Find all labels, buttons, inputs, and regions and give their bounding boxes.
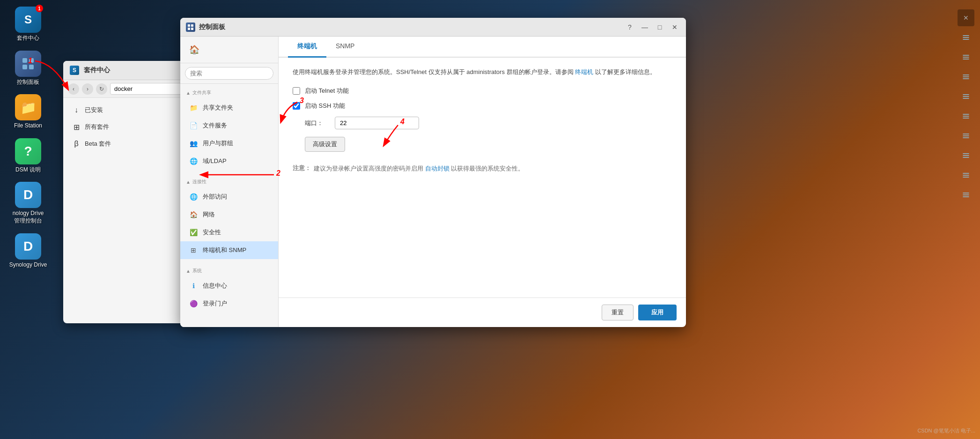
ssh-checkbox[interactable] xyxy=(293,102,300,110)
strip-icon-9[interactable] xyxy=(958,186,974,203)
terminal-snmp-icon: ⊞ xyxy=(189,246,198,255)
telnet-label[interactable]: 启动 Telnet 功能 xyxy=(305,87,349,95)
note-text-before: 建议为登录帐户设置高强度的密码并启用 xyxy=(314,165,423,172)
domain-label: 域/LDAP xyxy=(203,157,227,165)
security-label: 安全性 xyxy=(203,228,221,237)
note-text-after: 以获得最强的系统安全性。 xyxy=(451,165,524,172)
shared-folder-label: 共享文件夹 xyxy=(203,104,233,112)
help-btn[interactable]: ? xyxy=(624,22,635,33)
note-label: 注意： xyxy=(293,164,311,172)
maximize-btn[interactable]: □ xyxy=(654,22,665,33)
ctrl-title-icon xyxy=(186,22,195,32)
desktop-icon-syndrv[interactable]: D Synology Drive xyxy=(7,231,49,271)
telnet-checkbox[interactable] xyxy=(293,87,300,95)
sidebar-item-terminal-snmp[interactable]: ⊞ 终端机和 SNMP xyxy=(180,241,278,259)
user-group-label: 用户与群组 xyxy=(203,139,233,148)
strip-icon-8[interactable] xyxy=(958,167,974,184)
ctrl-description: 使用终端机服务登录并管理您的系统。SSH/Telnet 仅支持从属于 admin… xyxy=(293,67,672,77)
info-center-icon: ℹ xyxy=(189,281,198,290)
desktop-icon-pkg-center[interactable]: S 1 套件中心 xyxy=(7,5,49,44)
strip-icon-2[interactable] xyxy=(958,49,974,66)
pkg-refresh-btn[interactable]: ↻ xyxy=(96,83,107,95)
reset-btn[interactable]: 重置 xyxy=(602,305,634,320)
sidebar-home-btn[interactable]: 🏠 xyxy=(187,42,202,57)
file-service-icon: 📄 xyxy=(189,121,198,130)
desc-link[interactable]: 终端机 xyxy=(575,68,593,75)
syndrv-label: Synology Drive xyxy=(9,261,47,269)
strip-icon-5[interactable] xyxy=(958,108,974,125)
external-access-label: 外部访问 xyxy=(203,193,227,201)
advanced-settings-btn[interactable]: 高级设置 xyxy=(305,137,345,152)
sidebar-section-connectivity-header[interactable]: ▲ 连接性 xyxy=(180,176,278,188)
svg-rect-5 xyxy=(191,24,193,27)
ctrl-content: 使用终端机服务登录并管理您的系统。SSH/Telnet 仅支持从属于 admin… xyxy=(279,58,686,298)
desc-suffix: 以了解更多详细信息。 xyxy=(595,68,656,75)
pkg-beta-label: Beta 套件 xyxy=(85,140,111,148)
sidebar-item-info-center[interactable]: ℹ 信息中心 xyxy=(180,277,278,295)
note-row: 注意： 建议为登录帐户设置高强度的密码并启用 自动封锁 以获得最强的系统安全性。 xyxy=(293,164,672,174)
sidebar-section-file-share: ▲ 文件共享 📁 共享文件夹 📄 文件服务 👥 用户与群组 🌐 xyxy=(180,84,278,173)
pkg-forward-btn[interactable]: › xyxy=(82,83,93,95)
ctrl-tabs: 终端机 SNMP xyxy=(279,37,686,58)
close-btn[interactable]: ✕ xyxy=(669,22,680,33)
pkg-all-icon: ⊞ xyxy=(72,122,81,132)
desktop-icon-area: S 1 套件中心 控制面板 📁 File Station ? DSM 说明 xyxy=(0,0,56,439)
strip-icon-6[interactable] xyxy=(958,127,974,144)
ctrl-body: 🏠 ▲ 文件共享 📁 共享文件夹 📄 文件服务 xyxy=(180,37,686,327)
syndrv-mgr-icon: D xyxy=(15,182,41,208)
strip-icon-3[interactable] xyxy=(958,68,974,85)
port-label: 端口： xyxy=(305,119,328,127)
sidebar-item-file-service[interactable]: 📄 文件服务 xyxy=(180,117,278,134)
file-service-label: 文件服务 xyxy=(203,121,227,130)
sidebar-section-system: ▲ 系统 ℹ 信息中心 🟣 登录门户 xyxy=(180,262,278,315)
watermark: CSDN @笔笔小洁 电子... xyxy=(917,427,975,434)
minimize-btn[interactable]: — xyxy=(639,22,650,33)
sidebar-section-connectivity: ▲ 连接性 🌐 外部访问 🏠 网络 ✅ 安全性 ⊞ 终端机和 S xyxy=(180,173,278,262)
desktop-icon-dsm-help[interactable]: ? DSM 说明 xyxy=(7,136,49,176)
telnet-checkbox-row: 启动 Telnet 功能 xyxy=(293,87,672,95)
svg-rect-0 xyxy=(22,58,27,63)
note-link[interactable]: 自动封锁 xyxy=(425,165,449,172)
pkg-header-icon: S xyxy=(70,66,79,75)
strip-icon-1[interactable] xyxy=(958,29,974,46)
login-portal-icon: 🟣 xyxy=(189,299,198,308)
strip-icon-7[interactable] xyxy=(958,147,974,164)
domain-icon: 🌐 xyxy=(189,156,198,166)
sidebar-search-input[interactable] xyxy=(185,67,273,80)
sidebar-item-security[interactable]: ✅ 安全性 xyxy=(180,223,278,241)
sidebar-item-domain[interactable]: 🌐 域/LDAP xyxy=(180,152,278,170)
svg-rect-7 xyxy=(191,28,193,30)
desktop-icon-file-station[interactable]: 📁 File Station xyxy=(7,92,49,132)
ctrl-win-btns: ? — □ ✕ xyxy=(624,22,680,33)
sidebar-section-system-header[interactable]: ▲ 系统 xyxy=(180,265,278,277)
right-close-btn[interactable]: ✕ xyxy=(958,9,974,26)
svg-rect-3 xyxy=(29,65,34,69)
info-center-label: 信息中心 xyxy=(203,282,227,290)
sidebar-item-network[interactable]: 🏠 网络 xyxy=(180,206,278,223)
desktop-icon-syndrv-mgr[interactable]: D nology Drive 管理控制台 xyxy=(7,180,49,226)
port-input[interactable] xyxy=(335,117,419,129)
desc-text: 使用终端机服务登录并管理您的系统。SSH/Telnet 仅支持从属于 admin… xyxy=(293,68,574,75)
sidebar-item-user-group[interactable]: 👥 用户与群组 xyxy=(180,134,278,152)
tab-snmp[interactable]: SNMP xyxy=(326,37,364,58)
pkg-center-label: 套件中心 xyxy=(17,35,39,42)
sidebar-item-external-access[interactable]: 🌐 外部访问 xyxy=(180,188,278,206)
apply-btn[interactable]: 应用 xyxy=(638,305,677,320)
strip-icon-4[interactable] xyxy=(958,88,974,105)
dsm-help-label: DSM 说明 xyxy=(15,166,41,174)
login-portal-label: 登录门户 xyxy=(203,299,227,308)
ctrl-title-text: 控制面板 xyxy=(199,23,620,31)
svg-rect-6 xyxy=(188,28,190,30)
sidebar-section-file-share-header[interactable]: ▲ 文件共享 xyxy=(180,87,278,99)
shared-folder-icon: 📁 xyxy=(189,103,198,112)
sidebar-item-shared-folder[interactable]: 📁 共享文件夹 xyxy=(180,99,278,117)
section-system-label: 系统 xyxy=(192,268,202,274)
desktop-icon-ctrl-panel[interactable]: 控制面板 xyxy=(7,49,49,88)
note-text: 建议为登录帐户设置高强度的密码并启用 自动封锁 以获得最强的系统安全性。 xyxy=(314,164,524,174)
network-label: 网络 xyxy=(203,210,215,219)
ssh-label[interactable]: 启动 SSH 功能 xyxy=(305,102,345,110)
security-icon: ✅ xyxy=(189,228,198,237)
sidebar-item-login-portal[interactable]: 🟣 登录门户 xyxy=(180,295,278,313)
tab-terminal[interactable]: 终端机 xyxy=(288,37,326,58)
pkg-back-btn[interactable]: ‹ xyxy=(68,83,79,95)
